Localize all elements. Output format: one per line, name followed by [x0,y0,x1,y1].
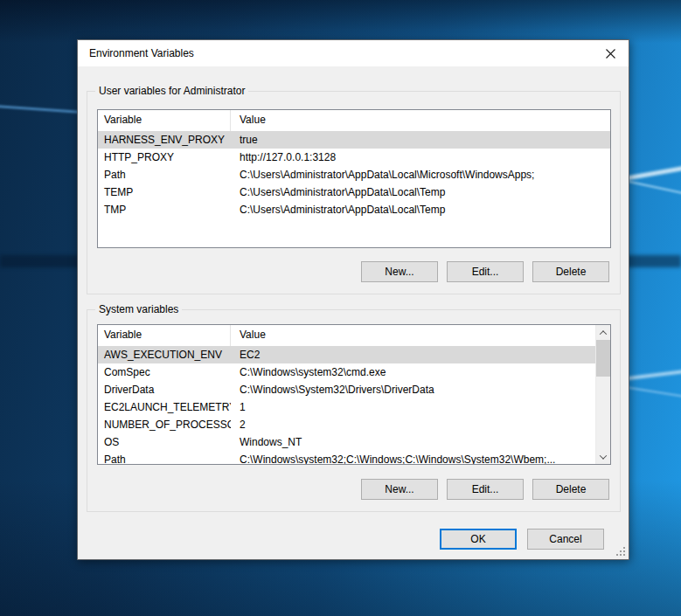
variable-name-cell: HTTP_PROXY [98,149,231,166]
variable-name-cell: TEMP [98,183,231,201]
resize-grip[interactable] [616,547,626,557]
title-bar: Environment Variables [78,40,629,66]
variable-value-cell: C:\Windows\System32\Drivers\DriverData [231,381,595,398]
table-row[interactable]: TEMP C:\Users\Administrator\AppData\Loca… [98,183,610,201]
system-new-button[interactable]: New... [361,479,438,500]
chevron-down-icon [600,452,607,459]
table-row[interactable]: DriverData C:\Windows\System32\Drivers\D… [98,381,595,398]
close-icon [606,49,615,59]
table-row[interactable]: HTTP_PROXY http://127.0.0.1:3128 [98,149,610,166]
column-header-variable[interactable]: Variable [98,325,231,346]
vertical-scrollbar[interactable] [595,325,610,464]
system-variables-group-label: System variables [95,303,182,315]
user-variables-rows: HARNESS_ENV_PROXY true HTTP_PROXY http:/… [98,131,610,218]
column-header-variable[interactable]: Variable [98,110,231,131]
user-delete-button[interactable]: Delete [532,261,609,282]
column-header-value[interactable]: Value [231,325,595,346]
variable-name-cell: AWS_EXECUTION_ENV [98,346,231,363]
table-row[interactable]: OS Windows_NT [98,433,595,451]
ok-button[interactable]: OK [440,529,517,550]
table-row[interactable]: Path C:\Windows\system32;C:\Windows;C:\W… [98,451,595,465]
resize-grip-icon [616,547,626,557]
system-variables-table[interactable]: Variable Value AWS_EXECUTION_ENV EC2 Com… [97,324,611,465]
scroll-up-button[interactable] [596,325,610,340]
column-header-value[interactable]: Value [231,110,610,131]
cancel-button[interactable]: Cancel [527,529,604,550]
table-row[interactable]: NUMBER_OF_PROCESSORS 2 [98,416,595,433]
environment-variables-dialog: Environment Variables User variables for… [77,39,629,560]
table-header: Variable Value [98,325,595,346]
user-variables-group-label: User variables for Administrator [95,85,248,97]
variable-value-cell: true [231,131,610,149]
variable-value-cell: C:\Windows\system32\cmd.exe [231,363,595,381]
variable-name-cell: Path [98,166,231,183]
variable-value-cell: EC2 [231,346,595,363]
variable-value-cell: C:\Users\Administrator\AppData\Local\Mic… [231,166,610,183]
close-button[interactable] [597,44,623,63]
chevron-up-icon [600,330,607,337]
scroll-down-button[interactable] [596,449,610,464]
user-edit-button[interactable]: Edit... [447,261,524,282]
variable-value-cell: 1 [231,398,595,416]
user-new-button[interactable]: New... [361,261,438,282]
system-variables-rows: AWS_EXECUTION_ENV EC2 ComSpec C:\Windows… [98,346,595,465]
table-row[interactable]: Path C:\Users\Administrator\AppData\Loca… [98,166,610,183]
user-variables-table[interactable]: Variable Value HARNESS_ENV_PROXY true HT… [97,109,611,248]
variable-name-cell: OS [98,433,231,451]
variable-name-cell: HARNESS_ENV_PROXY [98,131,231,149]
system-delete-button[interactable]: Delete [532,479,609,500]
table-row[interactable]: TMP C:\Users\Administrator\AppData\Local… [98,201,610,218]
variable-name-cell: Path [98,451,231,465]
table-row[interactable]: EC2LAUNCH_TELEMETRY 1 [98,398,595,416]
system-edit-button[interactable]: Edit... [447,479,524,500]
variable-value-cell: C:\Windows\system32;C:\Windows;C:\Window… [231,451,595,465]
variable-name-cell: EC2LAUNCH_TELEMETRY [98,398,231,416]
variable-value-cell: Windows_NT [231,433,595,451]
table-header: Variable Value [98,110,610,131]
variable-name-cell: TMP [98,201,231,218]
variable-name-cell: DriverData [98,381,231,398]
table-row[interactable]: ComSpec C:\Windows\system32\cmd.exe [98,363,595,381]
table-row[interactable]: HARNESS_ENV_PROXY true [98,131,610,149]
window-title: Environment Variables [89,40,194,66]
variable-name-cell: NUMBER_OF_PROCESSORS [98,416,231,433]
variable-value-cell: C:\Users\Administrator\AppData\Local\Tem… [231,201,610,218]
table-row[interactable]: AWS_EXECUTION_ENV EC2 [98,346,595,363]
variable-value-cell: C:\Users\Administrator\AppData\Local\Tem… [231,183,610,201]
variable-value-cell: 2 [231,416,595,433]
variable-name-cell: ComSpec [98,363,231,381]
variable-value-cell: http://127.0.0.1:3128 [231,149,610,166]
scrollbar-thumb[interactable] [596,340,610,377]
